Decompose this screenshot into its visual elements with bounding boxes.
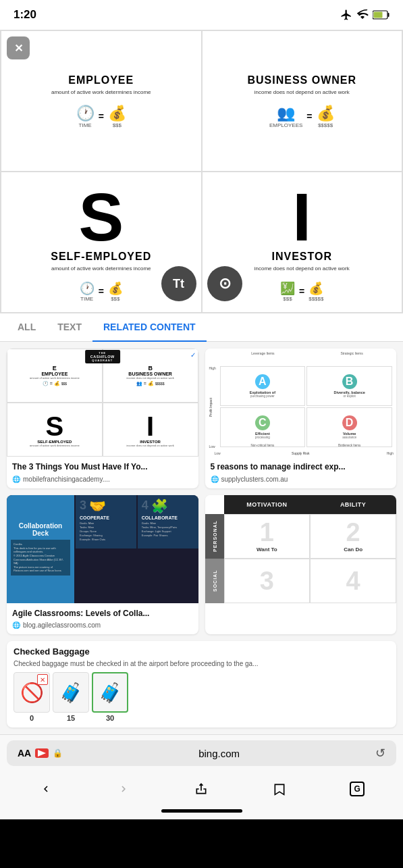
globe-icon-1: 🌐 bbox=[12, 476, 20, 483]
baggage-items: 🚫 0 🧳 15 🧳 30 bbox=[7, 672, 396, 727]
baggage-item-icon-0: 🚫 bbox=[14, 672, 50, 713]
video-button[interactable] bbox=[35, 748, 49, 758]
motiv-header-ability: ABILITY bbox=[310, 495, 396, 514]
camera-button[interactable]: ⊙ bbox=[207, 266, 242, 301]
overlay-buttons: Tt ⊙ bbox=[161, 266, 242, 301]
mini-investor: I INVESTOR income does not depend on act… bbox=[103, 403, 198, 457]
agile-card-title: Agile Classrooms: Levels of Colla... bbox=[12, 609, 193, 619]
motiv-side-social: SOCIAL bbox=[205, 559, 224, 603]
cashflow-card-title: The 3 Things You Must Have If Yo... bbox=[12, 462, 193, 473]
supply-card-source: 🌐 supplyclusters.com.au bbox=[211, 476, 392, 483]
self-employed-subtitle: amount of active work determines income bbox=[51, 265, 151, 272]
agile-left-panel: CollaborationDeck CreditsThis deck is fr… bbox=[7, 495, 74, 603]
agile-card-source: 🌐 blog.agileclassrooms.com bbox=[12, 621, 193, 629]
cell-letter-b: B bbox=[342, 374, 357, 389]
tab-related-content[interactable]: RELATED CONTENT bbox=[92, 313, 207, 342]
baggage-item-icon-1: 🧳 bbox=[53, 672, 89, 713]
reload-button[interactable]: ↺ bbox=[375, 746, 385, 761]
supply-card-image: Leverage Items Strategic Items A Exploit… bbox=[205, 349, 397, 457]
motiv-number-1: 1 bbox=[260, 519, 274, 545]
employee-subtitle: amount of active work determines income bbox=[51, 89, 151, 95]
svg-marker-3 bbox=[38, 750, 46, 757]
agile-deck-title: CollaborationDeck bbox=[19, 522, 62, 537]
share-button[interactable] bbox=[186, 774, 216, 804]
bookmarks-button[interactable] bbox=[265, 774, 294, 804]
globe-icon-2: 🌐 bbox=[211, 476, 219, 483]
motiv-header-motivation: MOTIVATION bbox=[224, 495, 311, 514]
domain-text[interactable]: bing.com bbox=[67, 748, 371, 759]
motiv-cell-3: 3 bbox=[224, 559, 311, 603]
camera-icon: ⊙ bbox=[219, 275, 231, 292]
investor-equation: 💹 $$$ = 💰 $$$$$ bbox=[280, 281, 323, 302]
employee-equation: 🕐 TIME = 💰 $$$ bbox=[76, 105, 126, 128]
agile-credits: CreditsThis deck is free for you to use … bbox=[11, 540, 70, 576]
home-indicator bbox=[161, 809, 242, 813]
cell-letter-a: A bbox=[255, 374, 270, 389]
supply-matrix: Leverage Items Strategic Items A Exploit… bbox=[205, 349, 397, 457]
svg-rect-1 bbox=[388, 13, 389, 17]
tabs-button[interactable]: G bbox=[342, 774, 372, 804]
baggage-title: Checked Baggage bbox=[7, 641, 396, 659]
status-icons bbox=[340, 9, 389, 21]
agile-cooperate-cell: 3 🤝 COOPERATE Goals: MineTasks: MineGrou… bbox=[76, 495, 136, 548]
video-icon bbox=[38, 750, 46, 757]
navigation-buttons: G bbox=[0, 771, 403, 807]
main-content: ✕ EMPLOYEE amount of active work determi… bbox=[0, 30, 403, 734]
bookmarks-icon bbox=[273, 782, 286, 796]
tab-all[interactable]: ALL bbox=[7, 313, 47, 342]
tabs-icon: G bbox=[350, 782, 365, 796]
motiv-number-2: 2 bbox=[346, 519, 360, 545]
motiv-number-4: 4 bbox=[346, 568, 360, 594]
aa-button[interactable]: AA bbox=[18, 748, 31, 759]
motivation-card-image: MOTIVATION ABILITY PERSONAL 1 Want To 2 … bbox=[205, 495, 397, 603]
status-time: 1:20 bbox=[14, 8, 36, 22]
share-icon bbox=[194, 782, 208, 796]
baggage-item-1: 🧳 15 bbox=[53, 672, 89, 722]
tab-text[interactable]: TEXT bbox=[47, 313, 92, 342]
baggage-item-icon-2: 🧳 bbox=[92, 672, 128, 713]
employee-quadrant: EMPLOYEE amount of active work determine… bbox=[1, 30, 202, 172]
motiv-label-can-do: Can Do bbox=[344, 546, 362, 553]
cashflow-card[interactable]: THE CASHFLOW QUADRANT E EMPLOYEE amount … bbox=[7, 349, 198, 488]
business-owner-equation: 👥 EMPLOYEES = 💰 $$$$$ bbox=[269, 105, 335, 128]
agile-grid: CollaborationDeck CreditsThis deck is fr… bbox=[7, 495, 198, 603]
motiv-side-personal: PERSONAL bbox=[205, 514, 224, 559]
forward-icon bbox=[117, 783, 130, 795]
forward-button[interactable] bbox=[109, 774, 138, 804]
mini-cashflow: THE CASHFLOW QUADRANT E EMPLOYEE amount … bbox=[7, 349, 198, 457]
cashflow-card-image: THE CASHFLOW QUADRANT E EMPLOYEE amount … bbox=[7, 349, 198, 457]
related-content-grid: THE CASHFLOW QUADRANT E EMPLOYEE amount … bbox=[0, 342, 403, 734]
agile-card-image: CollaborationDeck CreditsThis deck is fr… bbox=[7, 495, 198, 603]
motivation-card[interactable]: MOTIVATION ABILITY PERSONAL 1 Want To 2 … bbox=[205, 495, 397, 635]
matrix-cell-c: C Efficient processing bbox=[220, 407, 306, 447]
text-icon: Tt bbox=[173, 277, 184, 291]
infographic-area: ✕ EMPLOYEE amount of active work determi… bbox=[0, 30, 403, 313]
supply-card[interactable]: Leverage Items Strategic Items A Exploit… bbox=[205, 349, 397, 488]
baggage-item-0: 🚫 0 bbox=[14, 672, 50, 722]
wifi-icon bbox=[356, 9, 369, 21]
text-button[interactable]: Tt bbox=[161, 266, 196, 301]
baggage-description: Checked baggage must be checked in at th… bbox=[7, 659, 396, 672]
baggage-card[interactable]: Checked Baggage Checked baggage must be … bbox=[7, 641, 396, 727]
status-bar: 1:20 bbox=[0, 0, 403, 30]
agile-card-text: Agile Classrooms: Levels of Colla... 🌐 b… bbox=[7, 603, 198, 635]
cashflow-card-source: 🌐 mobilefranchisingacademy.... bbox=[12, 476, 193, 483]
check-icon: ✓ bbox=[190, 351, 196, 359]
self-employed-title: SELF-EMPLOYED bbox=[51, 251, 151, 263]
globe-icon-3: 🌐 bbox=[12, 621, 20, 629]
cashflow-card-text: The 3 Things You Must Have If Yo... 🌐 mo… bbox=[7, 457, 198, 488]
self-employed-letter: S bbox=[78, 183, 124, 251]
matrix-cell-d: D Volume assurance bbox=[306, 407, 392, 447]
bottom-bar: AA 🔒 bing.com ↺ bbox=[0, 734, 403, 819]
motiv-cell-want-to: 1 Want To bbox=[224, 514, 311, 559]
cell-letter-d: D bbox=[342, 415, 357, 430]
svg-rect-2 bbox=[374, 12, 383, 18]
close-button[interactable]: ✕ bbox=[7, 36, 30, 59]
agile-card[interactable]: CollaborationDeck CreditsThis deck is fr… bbox=[7, 495, 198, 635]
investor-title: INVESTOR bbox=[272, 251, 333, 263]
back-button[interactable] bbox=[31, 774, 61, 804]
battery-icon bbox=[373, 10, 389, 20]
mini-self-employed: S SELF-EMPLOYED amount of active work de… bbox=[7, 403, 103, 457]
address-bar[interactable]: AA 🔒 bing.com ↺ bbox=[7, 740, 396, 766]
motiv-cell-can-do: 2 Can Do bbox=[310, 514, 396, 559]
